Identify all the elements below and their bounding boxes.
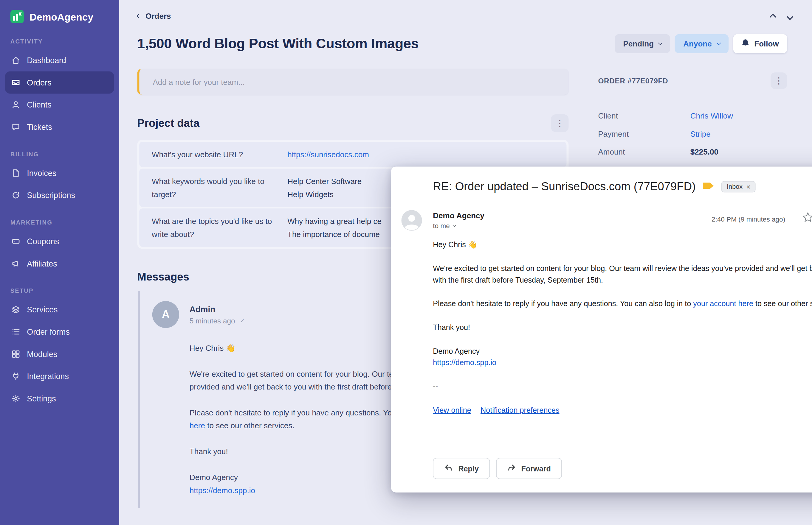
website-url-link[interactable]: https://sunrisedocs.com bbox=[287, 150, 369, 159]
email-text: Please don't hesitate to reply if you ha… bbox=[433, 300, 693, 308]
email-subject: RE: Order updated – SunriseDocs.com (77E… bbox=[433, 180, 696, 194]
sidebar-item-tickets[interactable]: Tickets bbox=[5, 116, 114, 138]
reply-arrow-icon bbox=[444, 463, 453, 474]
refresh-icon bbox=[11, 191, 20, 200]
email-paragraph: We're excited to get started on content … bbox=[433, 262, 812, 285]
layers-icon bbox=[11, 305, 20, 314]
recipient-toggle[interactable]: to me bbox=[433, 222, 484, 229]
chevron-down-icon bbox=[452, 223, 456, 227]
document-icon bbox=[11, 168, 20, 178]
email-greeting: Hey Chris 👋 bbox=[433, 239, 812, 251]
email-paragraph: Please don't hesitate to reply if you ha… bbox=[433, 298, 812, 310]
sidebar-item-dashboard[interactable]: Dashboard bbox=[5, 49, 114, 72]
star-icon[interactable] bbox=[803, 212, 812, 225]
sidebar-section-activity: ACTIVITY Dashboard Orders Clients Ticket… bbox=[0, 39, 119, 138]
messages-heading: Messages bbox=[137, 271, 189, 283]
chevron-down-icon bbox=[658, 41, 663, 45]
email-body: Hey Chris 👋 We're excited to get started… bbox=[433, 239, 812, 429]
bell-icon bbox=[741, 39, 749, 48]
next-order-button[interactable] bbox=[785, 11, 794, 23]
sidebar-item-orders[interactable]: Orders bbox=[5, 72, 114, 94]
client-link[interactable]: Chris Willow bbox=[691, 111, 733, 120]
recipient-label: to me bbox=[433, 222, 450, 229]
view-online-link[interactable]: View online bbox=[433, 406, 471, 415]
status-dropdown[interactable]: Pending bbox=[615, 34, 670, 53]
email-footer-links: View onlineNotification preferences bbox=[433, 404, 812, 416]
inbox-chip: Inbox× bbox=[722, 181, 756, 192]
payment-link[interactable]: Stripe bbox=[691, 129, 711, 138]
list-icon bbox=[11, 328, 20, 336]
account-link[interactable]: your account here bbox=[693, 300, 753, 308]
app-logo[interactable]: DemoAgency bbox=[0, 0, 119, 25]
message-author: Admin bbox=[190, 304, 245, 314]
sidebar-item-modules[interactable]: Modules bbox=[5, 343, 114, 365]
message-text: to see our other services. bbox=[205, 421, 294, 430]
sidebar-section-label: ACTIVITY bbox=[0, 39, 119, 45]
sidebar-item-label: Services bbox=[27, 305, 58, 314]
notification-preferences-link[interactable]: Notification preferences bbox=[480, 406, 560, 415]
agency-site-link[interactable]: https://demo.spp.io bbox=[190, 486, 255, 495]
prev-order-button[interactable] bbox=[768, 11, 778, 23]
sidebar-item-label: Orders bbox=[27, 78, 51, 87]
sidebar-item-subscriptions[interactable]: Subscriptions bbox=[5, 184, 114, 206]
sidebar-item-label: Affiliates bbox=[27, 259, 57, 268]
sidebar-item-label: Tickets bbox=[27, 122, 52, 132]
sidebar-item-label: Clients bbox=[27, 100, 51, 109]
reply-label: Reply bbox=[458, 464, 479, 472]
sidebar-item-integrations[interactable]: Integrations bbox=[5, 365, 114, 387]
sidebar-item-coupons[interactable]: Coupons bbox=[5, 230, 114, 253]
sidebar-item-label: Coupons bbox=[27, 237, 59, 246]
sidebar-section-label: SETUP bbox=[0, 288, 119, 294]
project-data-heading: Project data bbox=[137, 117, 200, 130]
sidebar-item-settings[interactable]: Settings bbox=[5, 387, 114, 410]
order-menu-button[interactable]: ⋮ bbox=[771, 72, 787, 89]
team-note bbox=[137, 69, 568, 95]
sidebar: DemoAgency ACTIVITY Dashboard Orders Cli… bbox=[0, 0, 119, 525]
chevron-down-icon bbox=[787, 13, 793, 20]
breadcrumb-back-orders[interactable]: Orders bbox=[137, 11, 171, 20]
message-timestamp: 5 minutes ago bbox=[190, 316, 235, 325]
follow-label: Follow bbox=[754, 39, 779, 48]
sidebar-item-label: Invoices bbox=[27, 168, 56, 178]
app-logo-icon bbox=[11, 10, 24, 25]
field-label: Client bbox=[598, 111, 690, 120]
home-icon bbox=[11, 56, 20, 65]
app-name: DemoAgency bbox=[29, 12, 93, 23]
order-field-payment: Payment Stripe bbox=[598, 125, 787, 143]
page-title: 1,500 Word Blog Post With Custom Images bbox=[137, 34, 582, 53]
order-field-amount: Amount $225.00 bbox=[598, 142, 787, 161]
forward-button[interactable]: Forward bbox=[496, 458, 562, 479]
sidebar-item-label: Subscriptions bbox=[27, 191, 75, 200]
field-label: Payment bbox=[598, 129, 690, 138]
follow-button[interactable]: Follow bbox=[733, 34, 787, 53]
email-text: to see our other services. bbox=[753, 300, 812, 308]
sidebar-item-label: Integrations bbox=[27, 372, 69, 381]
agency-site-link-email[interactable]: https://demo.spp.io bbox=[433, 359, 496, 367]
seen-check-icon: ✓ bbox=[240, 317, 245, 324]
screen: DemoAgency ACTIVITY Dashboard Orders Cli… bbox=[0, 0, 812, 525]
email-signature: Demo Agencyhttps://demo.spp.io bbox=[433, 345, 812, 368]
reply-button[interactable]: Reply bbox=[433, 458, 490, 479]
grid-icon bbox=[11, 350, 20, 359]
sidebar-section-setup: SETUP Services Order forms Modules Integ… bbox=[0, 288, 119, 410]
assignee-dropdown[interactable]: Anyone bbox=[675, 34, 728, 53]
project-question: What's your website URL? bbox=[152, 148, 287, 161]
sender-name: Demo Agency bbox=[433, 211, 484, 220]
sidebar-item-affiliates[interactable]: Affiliates bbox=[5, 253, 114, 275]
breadcrumb-label: Orders bbox=[145, 11, 171, 20]
sidebar-item-order-forms[interactable]: Order forms bbox=[5, 321, 114, 343]
account-here-link[interactable]: here bbox=[190, 421, 205, 430]
project-data-menu-button[interactable]: ⋮ bbox=[551, 114, 568, 132]
chevron-left-icon bbox=[136, 14, 141, 18]
inbox-chip-remove[interactable]: × bbox=[746, 183, 750, 190]
sidebar-section-label: BILLING bbox=[0, 151, 119, 157]
inbox-chip-label: Inbox bbox=[727, 183, 742, 190]
field-label: Amount bbox=[598, 147, 690, 156]
forward-label: Forward bbox=[521, 464, 551, 472]
sender-avatar bbox=[401, 210, 422, 232]
sidebar-item-services[interactable]: Services bbox=[5, 298, 114, 321]
sidebar-item-invoices[interactable]: Invoices bbox=[5, 162, 114, 184]
avatar: A bbox=[152, 301, 179, 328]
sidebar-item-clients[interactable]: Clients bbox=[5, 93, 114, 116]
team-note-input[interactable] bbox=[152, 77, 559, 87]
